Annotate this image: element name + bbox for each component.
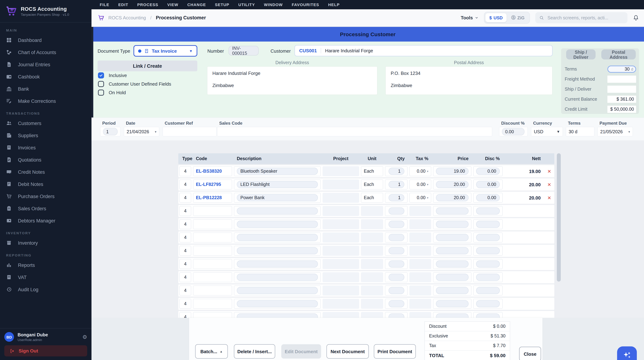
- price-input[interactable]: [436, 287, 468, 294]
- meta-field-customer-ref[interactable]: [162, 127, 217, 137]
- tax-cell[interactable]: [409, 272, 431, 282]
- unit-cell[interactable]: Each: [361, 180, 383, 189]
- meta-field-payment-due[interactable]: 21/05/2026▾: [597, 127, 633, 137]
- description-input[interactable]: [237, 287, 318, 294]
- line-type-cell[interactable]: 4: [180, 232, 191, 242]
- project-cell[interactable]: [322, 180, 359, 189]
- qty-input[interactable]: [388, 274, 404, 281]
- tax-cell[interactable]: [409, 312, 431, 318]
- sidebar-item-sales-orders[interactable]: Sales Orders: [0, 202, 92, 214]
- delete-row-icon[interactable]: ✕: [547, 195, 551, 200]
- item-code-cell[interactable]: EL-LF82795: [193, 180, 232, 189]
- sign-out-button[interactable]: Sign Out: [4, 345, 87, 357]
- unit-cell[interactable]: [361, 312, 383, 318]
- customer-input[interactable]: CUS001 Harare Industrial Forge: [294, 45, 552, 56]
- sidebar-item-inventory[interactable]: Inventory: [0, 237, 92, 249]
- qty-input[interactable]: 1: [388, 168, 404, 175]
- description-input[interactable]: [237, 247, 318, 254]
- price-input[interactable]: [436, 207, 468, 214]
- currency-zig-option[interactable]: Ⓢ ZiG: [507, 13, 528, 22]
- disc-input[interactable]: 0.00: [476, 194, 500, 201]
- sidebar-item-chart-of-accounts[interactable]: Chart of Accounts: [0, 46, 92, 58]
- line-type-cell[interactable]: 4: [180, 272, 191, 282]
- sidebar-item-journal-entries[interactable]: Journal Entries: [0, 58, 92, 71]
- project-cell[interactable]: [322, 312, 359, 318]
- description-input[interactable]: [237, 313, 318, 318]
- tax-cell[interactable]: [409, 286, 431, 296]
- item-code-cell[interactable]: [193, 286, 232, 296]
- side-panel-postal-address-button[interactable]: Postal Address: [601, 49, 636, 59]
- disc-input[interactable]: 0.00: [476, 168, 500, 175]
- unchecked-checkbox[interactable]: [98, 81, 104, 87]
- checked-checkbox[interactable]: [98, 72, 104, 78]
- project-cell[interactable]: [322, 286, 359, 296]
- disc-input[interactable]: [476, 247, 500, 254]
- line-type-cell[interactable]: 4: [180, 166, 191, 176]
- delivery-address-box[interactable]: Harare Industrial Forge Zimbabwe: [207, 66, 378, 95]
- qty-input[interactable]: 1: [388, 181, 404, 188]
- calendar-caret-icon[interactable]: ▾: [626, 130, 630, 133]
- side-panel-input[interactable]: [608, 86, 636, 93]
- line-type-cell[interactable]: 4: [180, 286, 191, 296]
- menu-item-utility[interactable]: UTILITY: [238, 2, 255, 7]
- side-panel-input[interactable]: [608, 76, 636, 83]
- unit-cell[interactable]: Each: [361, 193, 383, 203]
- sidebar-item-credit-notes[interactable]: Credit Notes: [0, 166, 92, 178]
- item-code-cell[interactable]: [193, 232, 232, 242]
- item-code-cell[interactable]: [193, 299, 232, 309]
- line-type-cell[interactable]: 4: [180, 206, 191, 216]
- qty-input[interactable]: [388, 247, 404, 254]
- qty-input[interactable]: 1: [388, 194, 404, 201]
- description-input[interactable]: [237, 260, 318, 268]
- disc-input[interactable]: [476, 313, 500, 318]
- delete-row-icon[interactable]: ✕: [547, 169, 551, 174]
- price-input[interactable]: [436, 260, 468, 268]
- item-code-cell[interactable]: [193, 259, 232, 269]
- unit-cell[interactable]: [361, 232, 383, 242]
- disc-input[interactable]: [476, 260, 500, 268]
- sidebar-item-dashboard[interactable]: Dashboard: [0, 34, 92, 46]
- item-code-link[interactable]: EL-BS38320: [196, 169, 222, 174]
- next-document-button[interactable]: Next Document: [326, 344, 369, 359]
- tools-dropdown[interactable]: Tools: [461, 15, 478, 20]
- delete-insert--button[interactable]: Delete / Insert...: [234, 344, 275, 359]
- description-input[interactable]: [237, 234, 318, 241]
- project-cell[interactable]: [322, 206, 359, 216]
- unit-cell[interactable]: [361, 219, 383, 229]
- tax-cell[interactable]: 0.00▾: [409, 166, 431, 176]
- sidebar-item-debtors-manager[interactable]: Debtors Manager: [0, 214, 92, 227]
- meta-pill-input[interactable]: 1: [103, 128, 118, 135]
- item-code-cell[interactable]: EL-PB12228: [193, 193, 232, 203]
- description-input[interactable]: [237, 300, 318, 307]
- close-button[interactable]: Close: [519, 347, 541, 360]
- menu-item-favourites[interactable]: FAVOURITES: [292, 2, 319, 7]
- ai-assistant-fab[interactable]: [617, 346, 637, 360]
- tax-cell[interactable]: 0.00▾: [409, 193, 431, 203]
- menu-item-view[interactable]: VIEW: [167, 2, 178, 7]
- table-scrollbar-thumb[interactable]: [557, 153, 561, 282]
- sidebar-item-cashbook[interactable]: Cashbook: [0, 71, 92, 83]
- line-type-cell[interactable]: 4: [180, 180, 191, 189]
- tax-cell[interactable]: [409, 259, 431, 269]
- link-create-button[interactable]: Link / Create: [98, 60, 197, 71]
- unit-cell[interactable]: [361, 259, 383, 269]
- document-type-select[interactable]: Tax Invoice ▼: [134, 45, 197, 57]
- item-code-cell[interactable]: [193, 246, 232, 256]
- sidebar-item-suppliers[interactable]: Suppliers: [0, 129, 92, 142]
- sidebar-item-debit-notes[interactable]: Debit Notes: [0, 178, 92, 190]
- menu-item-process[interactable]: PROCESS: [137, 2, 158, 7]
- disc-input[interactable]: [476, 207, 500, 214]
- qty-input[interactable]: [388, 260, 404, 268]
- qty-input[interactable]: [388, 287, 404, 294]
- document-number-input[interactable]: INV-000015: [228, 46, 259, 55]
- qty-input[interactable]: [388, 207, 404, 214]
- batch--button[interactable]: Batch...▲: [195, 344, 228, 359]
- menu-item-setup[interactable]: SETUP: [215, 2, 229, 7]
- project-cell[interactable]: [322, 246, 359, 256]
- global-search[interactable]: [535, 12, 628, 23]
- price-input[interactable]: 19.00: [436, 168, 468, 175]
- disc-input[interactable]: 0.00: [476, 181, 500, 188]
- price-input[interactable]: [436, 247, 468, 254]
- qty-input[interactable]: [388, 221, 404, 228]
- unchecked-checkbox[interactable]: [98, 89, 104, 95]
